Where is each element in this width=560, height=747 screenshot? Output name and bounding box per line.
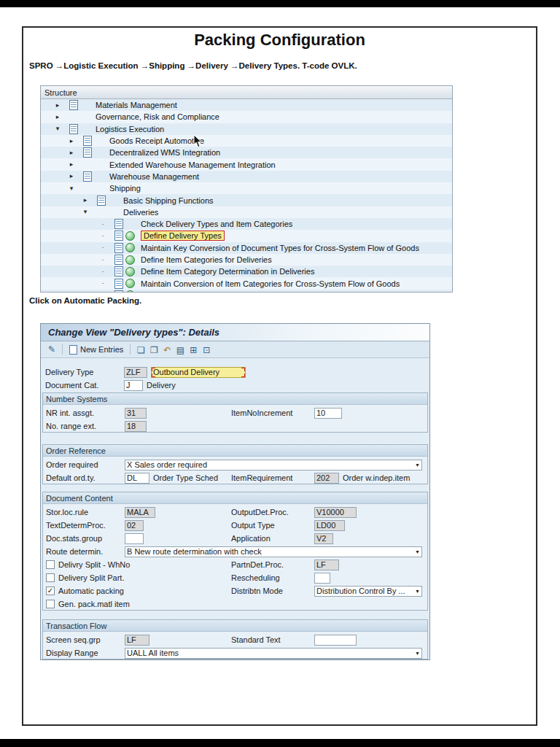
gen-pack-matl-item-checkbox[interactable]: Gen. pack.matl item xyxy=(46,600,130,608)
tree-item[interactable]: ·Maintain Conversion of Item Categories … xyxy=(41,277,452,289)
field-controls-left: JDelivery xyxy=(124,380,176,391)
field-label: Doc.stats.group xyxy=(46,534,125,543)
expand-arrow-icon[interactable]: ▸ xyxy=(67,150,76,156)
indent-spacer xyxy=(41,105,53,106)
document-category-field[interactable]: J xyxy=(124,380,143,391)
delivery-split-part-checkbox[interactable]: Delivery Split Part. xyxy=(46,573,124,582)
tree-item[interactable]: ·Define Item Categories for Deliveries xyxy=(41,254,452,266)
delete-entry-icon[interactable]: ▤ xyxy=(174,344,187,356)
automatic-packing-checkbox[interactable]: ✓Automatic packing xyxy=(46,587,124,595)
tree-item[interactable]: ▾Deliveries xyxy=(41,206,452,218)
route-determination-select[interactable]: B New route determination with check▼ xyxy=(125,546,422,557)
indent-spacer xyxy=(41,117,53,117)
tree-item[interactable]: ·Define Delivery Types xyxy=(41,230,452,241)
field-label: Stor.loc.rule xyxy=(46,508,125,516)
more-icon[interactable]: ⊡ xyxy=(200,344,213,356)
tree-item[interactable]: ▸Governance, Risk and Compliance xyxy=(41,111,452,123)
field-controls-left xyxy=(125,533,144,544)
groupbox-rows: Stor.loc.ruleMALAOutputDet.Proc.V10000Te… xyxy=(43,504,427,612)
selection-corner xyxy=(151,374,155,378)
field-label: Screen seq.grp xyxy=(46,635,125,644)
field-controls-left: X Sales order required▼ xyxy=(125,460,422,471)
expand-arrow-icon[interactable]: ▸ xyxy=(53,114,62,120)
display-change-icon[interactable]: ✎ xyxy=(45,344,58,356)
img-structure-tree: Structure ▸Materials Management▸Governan… xyxy=(40,85,453,293)
tree-item-label: Logistics Execution xyxy=(96,125,164,133)
checkbox-box[interactable] xyxy=(46,560,55,569)
stor-loc-rule-field[interactable]: MALA xyxy=(125,507,155,518)
collapse-arrow-icon[interactable]: ▾ xyxy=(67,185,76,192)
tree-item[interactable]: ▸Decentralized WMS Integration xyxy=(41,147,452,158)
select-block-icon[interactable]: ⊞ xyxy=(187,344,200,356)
tree-item-label: Basic Shipping Functions xyxy=(123,196,214,205)
delivery-split-whno-checkbox[interactable]: Delivry Split - WhNo xyxy=(46,560,130,569)
form-row: Gen. pack.matl item xyxy=(43,597,427,611)
output-det-proc-field[interactable]: V10000 xyxy=(314,507,357,518)
tree-item[interactable]: ▸Extended Warehouse Management Integrati… xyxy=(41,158,452,170)
tree-item-label: Shipping xyxy=(109,184,141,193)
groupbox-title: Order Reference xyxy=(43,445,427,457)
tree-item[interactable]: ·Check Delivery Types and Item Categorie… xyxy=(41,218,452,230)
display-range-select[interactable]: UALL All items▼ xyxy=(125,648,422,659)
undo-icon[interactable]: ↶ xyxy=(160,344,174,356)
field-label: Application xyxy=(231,534,313,543)
groupbox-document-content: Document ContentStor.loc.ruleMALAOutputD… xyxy=(42,492,428,611)
sap-toolbar: ✎ New Entries ❏❐↶▤⊞⊡ xyxy=(41,341,429,358)
output-type-field[interactable]: LD00 xyxy=(314,520,345,531)
expand-arrow-icon[interactable]: ▸ xyxy=(67,173,76,179)
field-label: Document Cat. xyxy=(45,381,124,390)
delivery-type-field[interactable]: ZLF xyxy=(124,367,147,378)
tree-item-icons xyxy=(107,279,141,289)
new-entries-button[interactable]: New Entries xyxy=(66,345,126,355)
default-order-type-field[interactable]: DL xyxy=(125,473,149,484)
groupbox-rows: Order requiredX Sales order required▼Def… xyxy=(43,457,427,486)
tree-item[interactable]: ▸Basic Shipping Functions xyxy=(41,194,452,206)
application-field[interactable]: V2 xyxy=(314,533,333,544)
field-label: Standard Text xyxy=(231,635,313,644)
delivery-type-description-field[interactable]: Outbound Delivery xyxy=(151,367,246,378)
field-label: PartnDet.Proc. xyxy=(231,560,313,569)
partn-det-proc-field[interactable]: LF xyxy=(314,560,339,570)
tree-item-icons xyxy=(76,171,109,182)
copy-entries-icon[interactable]: ❐ xyxy=(147,344,160,356)
expand-arrow-icon[interactable]: ▸ xyxy=(67,161,76,168)
rescheduling-field[interactable] xyxy=(314,573,330,584)
order-required-select[interactable]: X Sales order required▼ xyxy=(125,460,422,471)
item-requirement-field[interactable]: 202 xyxy=(314,473,339,484)
tree-item[interactable]: ▸Goods Receipt Automotive xyxy=(41,135,452,147)
collapse-arrow-icon[interactable]: ▾ xyxy=(81,209,90,215)
execute-icon xyxy=(125,279,135,288)
expand-arrow-icon[interactable]: ▸ xyxy=(81,197,90,204)
text-determ-proc-field[interactable]: 02 xyxy=(125,520,144,531)
checkbox-box[interactable] xyxy=(46,573,55,582)
nr-int-assgt-field[interactable]: 31 xyxy=(125,408,147,419)
distribution-mode-select[interactable]: Distribution Control By ...▼ xyxy=(314,586,422,597)
field-controls-right: LD00 xyxy=(314,520,345,531)
expand-arrow-icon[interactable]: ▸ xyxy=(67,138,76,144)
expand-arrow-icon[interactable]: ▸ xyxy=(53,102,62,109)
chevron-down-icon: ▼ xyxy=(413,462,420,468)
tree-item[interactable]: ▾Shipping xyxy=(41,182,452,194)
tree-item[interactable]: ▸Materials Management xyxy=(41,99,452,111)
no-range-ext-field[interactable]: 18 xyxy=(125,421,147,432)
tree-item[interactable]: ·Maintain Key Conversion of Document Typ… xyxy=(41,242,452,254)
tree-item-icons xyxy=(107,243,141,253)
chevron-down-icon: ▼ xyxy=(413,651,420,656)
tree-item[interactable]: ▾Logistics Execution xyxy=(41,123,452,135)
item-no-increment-field[interactable]: 10 xyxy=(314,408,342,419)
form-row: Delivry Split - WhNoPartnDet.Proc.LF xyxy=(43,558,427,571)
checkbox-box[interactable] xyxy=(46,600,55,608)
tree-item[interactable]: · xyxy=(41,290,452,292)
tree-item[interactable]: ▸Warehouse Management xyxy=(41,171,452,182)
standard-text-field[interactable] xyxy=(314,635,357,646)
copy-icon[interactable]: ❏ xyxy=(134,344,147,356)
checkbox-box[interactable]: ✓ xyxy=(46,587,55,595)
sap-window-title: Change View "Delivery types": Details xyxy=(41,324,429,341)
tree-item-label: Warehouse Management xyxy=(109,172,199,181)
tree-item[interactable]: ·Define Item Category Determination in D… xyxy=(41,266,452,277)
collapse-arrow-icon[interactable]: ▾ xyxy=(53,125,62,132)
dropdown-value: B New route determination with check xyxy=(127,547,262,556)
screen-seq-grp-field[interactable]: LF xyxy=(125,635,149,646)
doc-stats-group-field[interactable] xyxy=(125,533,144,544)
tree-item-label: Check Delivery Types and Item Categories xyxy=(141,220,292,228)
